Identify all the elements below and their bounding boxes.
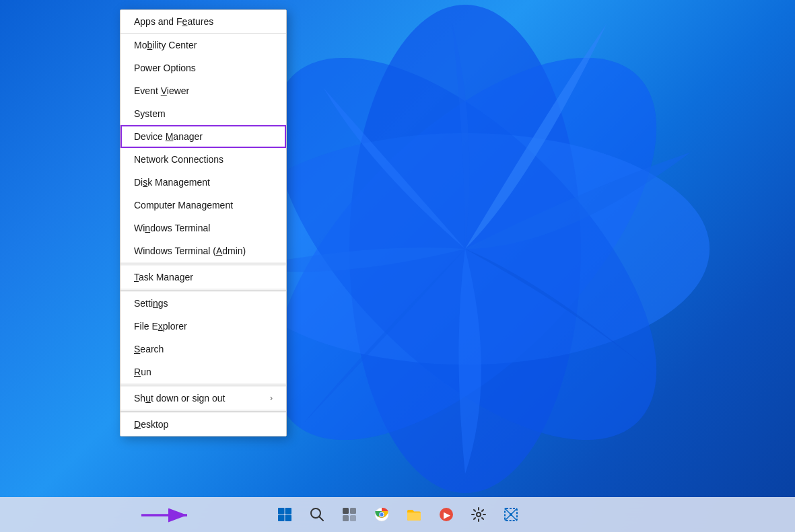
start-button-arrow — [141, 505, 195, 525]
menu-item-disk-management[interactable]: Disk Management — [120, 171, 286, 194]
svg-point-1 — [211, 0, 720, 503]
svg-point-4 — [349, 5, 581, 493]
menu-item-file-explorer[interactable]: File Explorer — [120, 315, 286, 338]
menu-separator-2 — [120, 290, 286, 291]
taskbar: ▶ — [0, 497, 795, 532]
menu-item-label: Network Connections — [134, 154, 223, 165]
menu-item-computer-management[interactable]: Computer Management — [120, 194, 286, 217]
svg-point-25 — [380, 513, 383, 517]
svg-rect-19 — [350, 515, 356, 521]
menu-item-device-manager[interactable]: Device Manager — [120, 125, 286, 148]
menu-item-power-options[interactable]: Power Options — [120, 56, 286, 79]
store-button[interactable]: ▶ — [431, 500, 461, 529]
chrome-button[interactable] — [367, 500, 396, 529]
context-menu: Apps and Features Mobility Center Power … — [120, 9, 287, 436]
menu-item-task-manager[interactable]: Task Manager — [120, 266, 286, 289]
desktop: Apps and Features Mobility Center Power … — [0, 0, 795, 532]
menu-separator-1 — [120, 264, 286, 264]
svg-point-0 — [349, 5, 581, 493]
svg-text:▶: ▶ — [443, 510, 450, 520]
search-button[interactable] — [302, 500, 332, 529]
svg-rect-11 — [285, 508, 291, 515]
taskbar-icons: ▶ — [270, 500, 526, 529]
svg-point-5 — [211, 0, 720, 503]
menu-item-shutdown[interactable]: Shut down or sign out › — [120, 387, 286, 410]
menu-item-system[interactable]: System — [120, 102, 286, 125]
svg-point-32 — [510, 513, 512, 516]
submenu-arrow-icon: › — [270, 393, 273, 403]
menu-item-label: Windows Terminal (Admin) — [134, 245, 246, 256]
menu-item-label: Search — [134, 344, 164, 354]
svg-point-6 — [221, 133, 710, 365]
menu-separator-4 — [120, 411, 286, 412]
settings-button[interactable] — [464, 500, 493, 529]
menu-item-apps-features[interactable]: Apps and Features — [120, 10, 286, 34]
svg-point-3 — [211, 0, 720, 503]
snipping-tool-button[interactable] — [496, 500, 526, 529]
menu-item-label: Power Options — [134, 63, 196, 73]
menu-item-label: Event Viewer — [134, 85, 189, 96]
svg-rect-12 — [278, 515, 285, 522]
menu-item-desktop[interactable]: Desktop — [120, 413, 286, 436]
menu-item-label: Computer Management — [134, 200, 233, 211]
menu-item-label: Disk Management — [134, 177, 210, 188]
menu-item-label: Desktop — [134, 419, 168, 430]
svg-rect-18 — [343, 515, 349, 521]
menu-item-settings[interactable]: Settings — [120, 292, 286, 315]
svg-rect-17 — [350, 508, 356, 514]
svg-point-28 — [477, 512, 481, 517]
menu-separator-3 — [120, 385, 286, 385]
svg-line-15 — [319, 517, 323, 521]
start-button[interactable] — [270, 500, 300, 529]
task-view-button[interactable] — [335, 500, 364, 529]
menu-item-label: Shut down or sign out — [134, 393, 225, 404]
menu-item-label: File Explorer — [134, 321, 187, 332]
menu-item-mobility-center[interactable]: Mobility Center — [120, 34, 286, 56]
svg-rect-13 — [285, 515, 291, 522]
menu-item-network-connections[interactable]: Network Connections — [120, 148, 286, 171]
svg-rect-16 — [343, 508, 349, 514]
menu-item-event-viewer[interactable]: Event Viewer — [120, 79, 286, 102]
menu-item-run[interactable]: Run — [120, 360, 286, 383]
menu-item-windows-terminal-admin[interactable]: Windows Terminal (Admin) — [120, 239, 286, 262]
menu-item-label: Windows Terminal — [134, 223, 210, 233]
menu-item-label: Task Manager — [134, 272, 193, 282]
menu-item-label: Mobility Center — [134, 40, 197, 50]
menu-item-label: Run — [134, 367, 151, 377]
menu-item-windows-terminal[interactable]: Windows Terminal — [120, 217, 286, 239]
menu-item-search[interactable]: Search — [120, 338, 286, 360]
svg-point-2 — [221, 133, 710, 365]
menu-item-label: Device Manager — [134, 131, 203, 142]
file-explorer-button[interactable] — [399, 500, 429, 529]
svg-point-7 — [211, 0, 720, 503]
menu-item-label: Apps and Features — [134, 16, 213, 27]
svg-rect-10 — [278, 508, 285, 515]
menu-item-label: Settings — [134, 298, 168, 309]
menu-item-label: System — [134, 108, 166, 119]
